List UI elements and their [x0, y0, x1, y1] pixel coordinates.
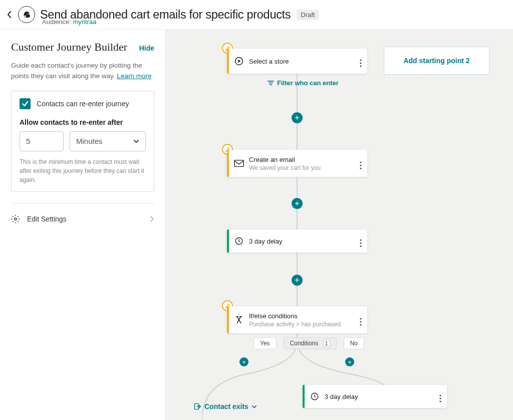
filter-who-can-enter-link[interactable]: Filter who can enter — [268, 79, 339, 87]
reenter-unit-value: Minutes — [76, 137, 103, 145]
add-step-button[interactable]: + — [345, 357, 354, 366]
svg-point-18 — [360, 321, 361, 322]
audience-link[interactable]: myntraa — [73, 18, 96, 26]
status-badge: Draft — [297, 10, 319, 20]
node-create-email[interactable]: Create an email We saved your cart for y… — [227, 150, 367, 177]
filter-label: Filter who can enter — [277, 79, 339, 87]
node-title: Create an email — [249, 156, 351, 163]
node-menu-button[interactable] — [354, 314, 367, 326]
add-step-button[interactable]: + — [292, 112, 303, 123]
hide-sidebar-link[interactable]: Hide — [139, 44, 154, 52]
contact-exits-label: Contact exits — [204, 402, 248, 410]
condition-no-label: No — [350, 340, 358, 347]
node-menu-button[interactable] — [354, 235, 367, 247]
node-subtitle: Purchase activity > has purchased — [249, 321, 351, 328]
content-area: Customer Journey Builder Hide Guide each… — [0, 30, 513, 420]
node-if-else[interactable]: If/else conditions Purchase activity > h… — [227, 306, 367, 333]
node-title: 3 day delay — [249, 238, 351, 245]
svg-point-15 — [360, 242, 361, 244]
svg-point-14 — [360, 239, 361, 241]
condition-yes-pill[interactable]: Yes — [253, 337, 277, 349]
svg-point-23 — [439, 400, 441, 402]
svg-point-21 — [439, 394, 441, 396]
add-step-button[interactable]: + — [292, 275, 303, 286]
svg-point-3 — [28, 14, 29, 15]
svg-point-17 — [360, 318, 361, 319]
reenter-value-input[interactable] — [20, 131, 64, 151]
reenter-helper-text: This is the minimum time a contact must … — [20, 157, 146, 184]
reenter-checkbox[interactable] — [20, 98, 31, 109]
app-header: Send abandoned cart emails for specific … — [0, 0, 513, 30]
node-menu-button[interactable] — [354, 55, 367, 67]
gear-icon — [11, 215, 20, 224]
clock-icon — [229, 237, 249, 246]
reenter-settings-box: Contacts can re-enter journey Allow cont… — [11, 91, 154, 192]
exit-icon — [193, 402, 201, 410]
learn-more-link[interactable]: Learn more — [117, 72, 151, 80]
node-subtitle: We saved your cart for you — [249, 164, 351, 171]
svg-point-22 — [439, 397, 441, 399]
edit-settings-button[interactable]: Edit Settings — [11, 215, 154, 224]
svg-point-16 — [360, 245, 361, 247]
branch-icon — [229, 315, 249, 324]
mailchimp-logo-icon — [18, 6, 35, 23]
add-step-button[interactable]: + — [292, 198, 303, 209]
play-icon — [229, 56, 249, 66]
back-button[interactable] — [5, 10, 14, 19]
journey-canvas[interactable]: Add starting point 2 Select a store Filt… — [166, 30, 513, 420]
sidebar-title: Customer Journey Builder — [11, 41, 127, 54]
svg-point-19 — [360, 324, 361, 325]
filter-icon — [268, 80, 274, 86]
node-title: If/else conditions — [249, 312, 351, 320]
svg-point-7 — [360, 62, 361, 64]
sidebar-description: Guide each contact's journey by plotting… — [11, 61, 154, 82]
svg-point-11 — [360, 164, 361, 166]
email-icon — [229, 159, 249, 167]
sidebar: Customer Journey Builder Hide Guide each… — [0, 30, 166, 420]
node-delay-2[interactable]: 3 day delay — [303, 385, 447, 408]
audience-line: Audience: myntraa — [42, 18, 96, 26]
condition-conditions-pill[interactable]: Conditions 1 — [284, 337, 337, 349]
sidebar-divider — [11, 203, 154, 203]
conditions-count: 1 — [323, 340, 330, 347]
node-delay-1[interactable]: 3 day delay — [227, 230, 367, 253]
condition-row: Yes Conditions 1 No — [253, 337, 364, 349]
chevron-right-icon — [149, 216, 154, 223]
node-title: 3 day delay — [325, 393, 431, 400]
chevron-down-icon — [133, 138, 139, 144]
node-title: Select a store — [249, 58, 351, 65]
svg-point-8 — [360, 65, 361, 67]
allow-reenter-label: Allow contacts to re-enter after — [20, 118, 146, 126]
add-starting-point-button[interactable]: Add starting point 2 — [384, 47, 489, 75]
svg-point-2 — [27, 14, 28, 15]
svg-point-12 — [360, 167, 361, 169]
svg-point-1 — [25, 16, 26, 17]
clock-icon — [305, 392, 325, 401]
reenter-unit-select[interactable]: Minutes — [70, 131, 146, 151]
svg-point-4 — [15, 218, 17, 221]
contact-exits-link[interactable]: Contact exits — [193, 402, 257, 410]
add-starting-point-label: Add starting point 2 — [403, 57, 469, 65]
condition-yes-label: Yes — [260, 340, 270, 347]
add-step-button[interactable]: + — [239, 357, 248, 366]
node-select-store[interactable]: Select a store — [227, 49, 367, 74]
conditions-label: Conditions — [290, 340, 319, 347]
svg-point-10 — [360, 161, 361, 163]
node-menu-button[interactable] — [434, 390, 447, 402]
reenter-checkbox-label: Contacts can re-enter journey — [37, 100, 129, 108]
audience-label: Audience: — [42, 18, 71, 26]
chevron-down-icon — [251, 404, 257, 409]
node-menu-button[interactable] — [354, 157, 367, 169]
edit-settings-label: Edit Settings — [27, 215, 67, 223]
condition-no-pill[interactable]: No — [344, 337, 364, 349]
svg-rect-9 — [234, 160, 243, 167]
svg-point-6 — [360, 59, 361, 61]
